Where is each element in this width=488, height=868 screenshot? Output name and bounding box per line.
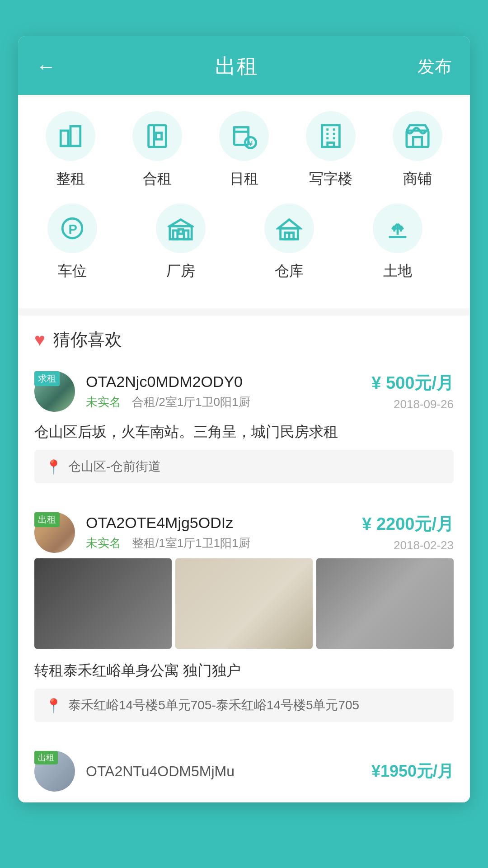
location-text-2: 泰禾红峪14号楼5单元705-泰禾红峪14号楼5单元705 xyxy=(68,697,359,714)
listing-card-2[interactable]: 出租 OTA2OTE4Mjg5ODIz 未实名 整租/1室1厅1卫1阳1厨 ¥ … xyxy=(18,501,470,733)
svg-rect-24 xyxy=(173,231,178,239)
photo-cell-2 xyxy=(175,558,313,649)
partial-listing-price: ¥1950元/月 xyxy=(371,760,454,783)
category-label-factory: 厂房 xyxy=(166,261,195,281)
svg-marker-23 xyxy=(170,220,192,226)
category-label-land: 土地 xyxy=(383,261,412,281)
publish-button[interactable]: 发布 xyxy=(418,55,452,78)
svg-rect-1 xyxy=(70,126,80,146)
listing-price-1: ¥ 500元/月 xyxy=(371,372,454,395)
svg-rect-26 xyxy=(178,229,183,234)
photo-grid-2 xyxy=(18,558,470,656)
whole-rent-icon xyxy=(57,123,84,149)
avatar-wrap-2: 出租 xyxy=(34,512,75,553)
category-whole-rent[interactable]: 整租 xyxy=(34,111,107,189)
listing-date-2: 2018-02-23 xyxy=(362,538,454,552)
category-label-office: 写字楼 xyxy=(309,169,352,189)
category-label-shop: 商铺 xyxy=(403,169,432,189)
partial-listing-card[interactable]: 出租 OTA2NTu4ODM5MjMu ¥1950元/月 xyxy=(18,740,470,802)
listing-name-2: OTA2OTE4Mjg5ODIz xyxy=(86,514,362,532)
parking-icon: P xyxy=(59,215,85,241)
photo-placeholder-2 xyxy=(175,558,313,649)
category-section: 整租 合租 ¥ xyxy=(18,95,470,308)
listing-desc-1: 仓山区后坂，火车南站。三角呈，城门民房求租 xyxy=(18,417,470,450)
listing-price-block-1: ¥ 500元/月 2018-09-26 xyxy=(371,372,454,411)
parking-icon-wrap: P xyxy=(47,203,97,253)
whole-rent-icon-wrap xyxy=(46,111,95,161)
svg-rect-25 xyxy=(184,231,188,239)
listing-top-2: 出租 OTA2OTE4Mjg5ODIz 未实名 整租/1室1厅1卫1阳1厨 ¥ … xyxy=(18,501,470,558)
factory-icon-wrap xyxy=(156,203,206,253)
badge-1: 求租 xyxy=(34,371,60,386)
listing-type-1: 合租/2室1厅1卫0阳1厨 xyxy=(132,394,250,410)
photo-cell-1 xyxy=(34,558,172,649)
category-land[interactable]: 土地 xyxy=(361,203,434,281)
listing-sub-1: 未实名 合租/2室1厅1卫0阳1厨 xyxy=(86,394,371,410)
pin-icon-2: 📍 xyxy=(45,698,62,713)
photo-cell-3 xyxy=(316,558,454,649)
category-shared-rent[interactable]: 合租 xyxy=(121,111,193,189)
listing-unverified-2: 未实名 xyxy=(86,535,121,551)
shop-icon xyxy=(404,123,431,149)
shared-rent-icon-wrap xyxy=(132,111,182,161)
svg-marker-27 xyxy=(278,220,300,228)
daily-rent-icon: ¥ xyxy=(231,123,257,149)
listing-unverified-1: 未实名 xyxy=(86,394,121,410)
svg-text:P: P xyxy=(69,222,77,236)
factory-icon xyxy=(168,215,194,241)
listing-price-2: ¥ 2200元/月 xyxy=(362,513,454,536)
category-shop[interactable]: 商铺 xyxy=(381,111,454,189)
back-button[interactable]: ← xyxy=(36,55,56,78)
svg-rect-6 xyxy=(234,127,248,145)
badge-2: 出租 xyxy=(34,512,60,527)
category-label-shared-rent: 合租 xyxy=(143,169,172,189)
office-icon xyxy=(318,123,344,149)
pin-icon-1: 📍 xyxy=(45,459,62,475)
daily-rent-icon-wrap: ¥ xyxy=(219,111,269,161)
warehouse-icon xyxy=(276,215,302,241)
svg-rect-5 xyxy=(156,133,162,140)
category-daily-rent[interactable]: ¥ 日租 xyxy=(208,111,280,189)
header: ← 出租 发布 xyxy=(18,36,470,95)
listing-name-1: OTA2Njc0MDM2ODY0 xyxy=(86,373,371,391)
category-warehouse[interactable]: 仓库 xyxy=(253,203,325,281)
category-label-daily-rent: 日租 xyxy=(230,169,258,189)
listing-sub-2: 未实名 整租/1室1厅1卫1阳1厨 xyxy=(86,535,362,551)
listing-location-1: 📍 仓山区-仓前街道 xyxy=(34,450,454,483)
svg-text:¥: ¥ xyxy=(248,139,253,148)
heart-icon: ♥ xyxy=(34,330,45,350)
listing-desc-2: 转租泰禾红峪单身公寓 独门独户 xyxy=(18,656,470,689)
warehouse-icon-wrap xyxy=(264,203,314,253)
svg-rect-17 xyxy=(328,143,334,147)
category-parking[interactable]: P 车位 xyxy=(36,203,108,281)
location-text-1: 仓山区-仓前街道 xyxy=(68,458,161,475)
category-office[interactable]: 写字楼 xyxy=(295,111,367,189)
shop-icon-wrap xyxy=(393,111,442,161)
svg-rect-19 xyxy=(413,137,422,147)
category-label-warehouse: 仓库 xyxy=(275,261,304,281)
category-row-1: 整租 合租 ¥ xyxy=(27,111,461,189)
app-container: ← 出租 发布 整租 xyxy=(18,36,470,802)
partial-listing-name: OTA2NTu4ODM5MjMu xyxy=(86,763,371,780)
photo-placeholder-1 xyxy=(34,558,172,649)
category-row-2: P 车位 厂房 xyxy=(27,203,461,281)
category-label-whole-rent: 整租 xyxy=(56,169,85,189)
page-title: 出租 xyxy=(215,52,258,80)
land-icon xyxy=(385,215,411,241)
listing-date-1: 2018-09-26 xyxy=(371,397,454,411)
listing-top-1: 求租 OTA2Njc0MDM2ODY0 未实名 合租/2室1厅1卫0阳1厨 ¥ … xyxy=(18,360,470,417)
partial-badge: 出租 xyxy=(34,751,58,764)
photo-placeholder-3 xyxy=(316,558,454,649)
shared-rent-icon xyxy=(144,123,170,149)
category-factory[interactable]: 厂房 xyxy=(145,203,217,281)
recommendation-section: ♥ 猜你喜欢 求租 OTA2Njc0MDM2ODY0 未实名 合租/2室1厅1卫… xyxy=(18,316,470,802)
svg-rect-0 xyxy=(61,131,68,146)
rec-header: ♥ 猜你喜欢 xyxy=(18,316,470,360)
rec-title: 猜你喜欢 xyxy=(53,328,122,351)
avatar-wrap-1: 求租 xyxy=(34,371,75,412)
listing-card-1[interactable]: 求租 OTA2Njc0MDM2ODY0 未实名 合租/2室1厅1卫0阳1厨 ¥ … xyxy=(18,360,470,494)
land-icon-wrap xyxy=(373,203,422,253)
listing-location-2: 📍 泰禾红峪14号楼5单元705-泰禾红峪14号楼5单元705 xyxy=(34,689,454,722)
svg-rect-9 xyxy=(234,127,248,132)
listing-type-2: 整租/1室1厅1卫1阳1厨 xyxy=(132,535,250,551)
